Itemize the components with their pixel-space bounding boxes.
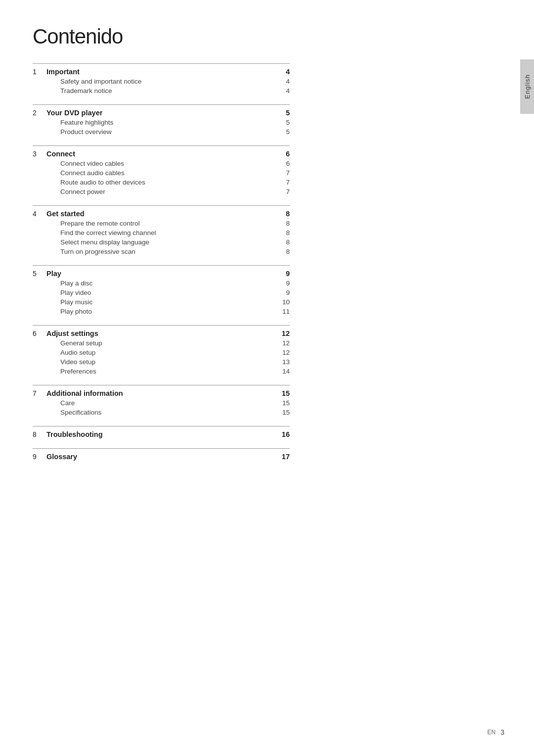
- sub-page-3-1: 7: [275, 169, 290, 177]
- section-title-5: Play: [46, 270, 275, 278]
- section-title-3: Connect: [46, 150, 275, 158]
- page-title: Contenido: [33, 25, 290, 48]
- sub-title-3-0: Connect video cables: [46, 160, 275, 167]
- sub-page-5-2: 10: [275, 298, 290, 306]
- toc-subsection-4-1: Find the correct viewing channel8: [33, 228, 290, 237]
- toc-section-4: 4Get started8: [33, 205, 290, 219]
- sub-title-4-2: Select menu display language: [46, 238, 275, 246]
- toc-subsection-7-0: Care15: [33, 398, 290, 408]
- section-page-8: 16: [275, 430, 290, 438]
- section-title-4: Get started: [46, 210, 275, 218]
- toc-subsection-3-1: Connect audio cables7: [33, 168, 290, 178]
- toc-subsection-7-1: Specifications15: [33, 408, 290, 417]
- toc-section: 1Important4Safety and important notice4T…: [33, 63, 290, 462]
- sub-page-4-1: 8: [275, 229, 290, 236]
- sub-title-4-0: Prepare the remote control: [46, 220, 275, 227]
- toc-subsection-6-1: Audio setup12: [33, 348, 290, 357]
- sub-page-5-1: 9: [275, 289, 290, 296]
- sub-title-7-0: Care: [46, 399, 275, 407]
- sub-title-5-2: Play music: [46, 298, 275, 306]
- sub-page-3-0: 6: [275, 160, 290, 167]
- section-title-8: Troubleshooting: [46, 430, 275, 438]
- toc-subsection-5-3: Play photo11: [33, 307, 290, 316]
- toc-subsection-6-3: Preferences14: [33, 367, 290, 376]
- sub-title-5-0: Play a disc: [46, 280, 275, 287]
- sub-page-3-3: 7: [275, 188, 290, 195]
- toc-subsection-6-0: General setup12: [33, 338, 290, 348]
- sub-title-1-0: Safety and important notice: [46, 78, 275, 85]
- toc-subsection-3-2: Route audio to other devices7: [33, 178, 290, 187]
- toc-section-1: 1Important4: [33, 63, 290, 77]
- toc-subsection-6-2: Video setup13: [33, 357, 290, 367]
- section-number-9: 9: [33, 453, 46, 461]
- section-title-2: Your DVD player: [46, 109, 275, 117]
- section-number-3: 3: [33, 150, 46, 158]
- toc-section-3: 3Connect6: [33, 145, 290, 159]
- sub-title-6-3: Preferences: [46, 368, 275, 375]
- section-number-8: 8: [33, 430, 46, 438]
- footer-page-num: 3: [500, 728, 504, 736]
- toc-subsection-2-1: Product overview5: [33, 127, 290, 137]
- section-number-1: 1: [33, 68, 46, 76]
- sub-page-5-3: 11: [275, 308, 290, 315]
- sub-page-4-0: 8: [275, 220, 290, 227]
- sub-title-5-3: Play photo: [46, 308, 275, 315]
- sub-title-3-3: Connect power: [46, 188, 275, 195]
- sub-page-2-1: 5: [275, 128, 290, 136]
- sub-title-3-1: Connect audio cables: [46, 169, 275, 177]
- toc-section-6: 6Adjust settings12: [33, 325, 290, 338]
- toc-section-9: 9Glossary17: [33, 448, 290, 462]
- sub-title-7-1: Specifications: [46, 409, 275, 416]
- sub-page-6-0: 12: [275, 339, 290, 347]
- sub-title-3-2: Route audio to other devices: [46, 179, 275, 186]
- section-number-7: 7: [33, 389, 46, 397]
- sub-title-2-1: Product overview: [46, 128, 275, 136]
- sub-page-2-0: 5: [275, 119, 290, 126]
- toc-subsection-5-0: Play a disc9: [33, 279, 290, 288]
- sub-title-4-3: Turn on progressive scan: [46, 248, 275, 255]
- section-page-1: 4: [275, 68, 290, 76]
- toc-section-5: 5Play9: [33, 265, 290, 279]
- toc-subsection-4-3: Turn on progressive scan8: [33, 247, 290, 256]
- sub-page-4-3: 8: [275, 248, 290, 255]
- toc-subsection-4-2: Select menu display language8: [33, 237, 290, 247]
- sub-title-6-1: Audio setup: [46, 349, 275, 356]
- section-number-5: 5: [33, 270, 46, 278]
- sub-page-4-2: 8: [275, 238, 290, 246]
- sub-title-5-1: Play video: [46, 289, 275, 296]
- footer-lang: EN: [488, 729, 496, 736]
- sub-page-6-3: 14: [275, 368, 290, 375]
- section-page-3: 6: [275, 150, 290, 158]
- section-number-4: 4: [33, 210, 46, 218]
- toc-subsection-3-0: Connect video cables6: [33, 159, 290, 168]
- toc-subsection-5-2: Play music10: [33, 297, 290, 307]
- section-page-6: 12: [275, 330, 290, 337]
- section-title-7: Additional information: [46, 389, 275, 397]
- sub-page-1-1: 4: [275, 87, 290, 94]
- section-title-6: Adjust settings: [46, 330, 275, 337]
- section-page-7: 15: [275, 389, 290, 397]
- sub-page-6-1: 12: [275, 349, 290, 356]
- section-title-9: Glossary: [46, 453, 275, 461]
- page-container: English Contenido 1Important4Safety and …: [0, 0, 534, 756]
- sub-title-6-0: General setup: [46, 339, 275, 347]
- main-content: Contenido 1Important4Safety and importan…: [33, 25, 290, 462]
- section-number-6: 6: [33, 330, 46, 337]
- section-page-4: 8: [275, 210, 290, 218]
- sub-title-2-0: Feature highlights: [46, 119, 275, 126]
- section-page-9: 17: [275, 453, 290, 461]
- section-page-5: 9: [275, 270, 290, 278]
- toc-subsection-5-1: Play video9: [33, 288, 290, 297]
- sub-title-6-2: Video setup: [46, 358, 275, 366]
- sidebar-label: English: [524, 74, 531, 99]
- toc-section-2: 2Your DVD player5: [33, 104, 290, 118]
- toc-subsection-2-0: Feature highlights5: [33, 118, 290, 127]
- section-number-2: 2: [33, 109, 46, 117]
- toc-subsection-3-3: Connect power7: [33, 187, 290, 196]
- sub-page-6-2: 13: [275, 358, 290, 366]
- sub-page-1-0: 4: [275, 78, 290, 85]
- sub-title-1-1: Trademark notice: [46, 87, 275, 94]
- section-page-2: 5: [275, 109, 290, 117]
- toc-subsection-4-0: Prepare the remote control8: [33, 219, 290, 228]
- sub-page-3-2: 7: [275, 179, 290, 186]
